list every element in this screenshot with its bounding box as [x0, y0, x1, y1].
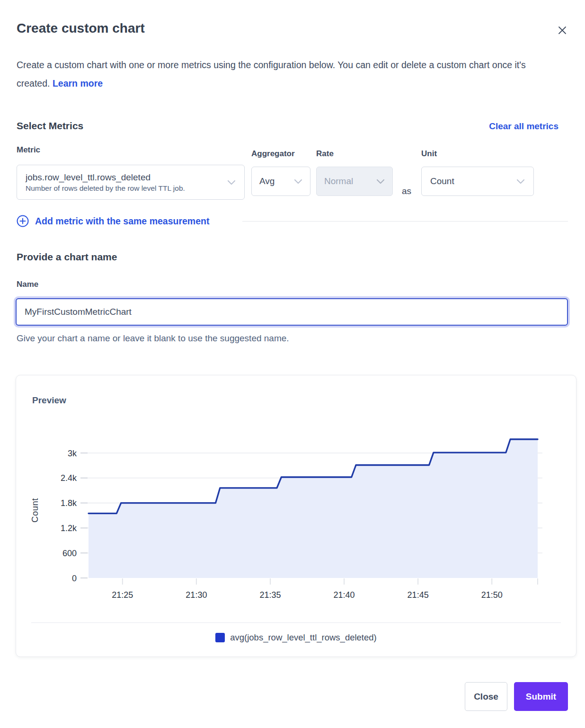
- clear-all-metrics-link[interactable]: Clear all metrics: [489, 121, 558, 132]
- rate-label: Rate: [316, 149, 334, 159]
- chart-legend: avg(jobs_row_level_ttl_rows_deleted): [16, 632, 576, 643]
- chevron-down-icon: [516, 179, 525, 184]
- svg-text:600: 600: [62, 549, 77, 558]
- plus-circle-icon: [17, 215, 29, 227]
- page-title: Create custom chart: [17, 21, 145, 36]
- chevron-down-icon: [227, 180, 236, 185]
- name-label: Name: [17, 280, 38, 289]
- modal-description: Create a custom chart with one or more m…: [17, 56, 561, 93]
- modal-footer: Close Submit: [465, 682, 568, 711]
- unit-select[interactable]: Count: [421, 167, 534, 196]
- unit-select-value: Count: [430, 176, 454, 186]
- legend-label: avg(jobs_row_level_ttl_rows_deleted): [230, 632, 377, 643]
- svg-text:21:30: 21:30: [186, 590, 207, 600]
- close-button[interactable]: [555, 23, 570, 38]
- svg-text:1.2k: 1.2k: [61, 524, 77, 533]
- create-custom-chart-modal: Create custom chart Create a custom char…: [0, 0, 585, 728]
- svg-text:21:35: 21:35: [259, 590, 281, 600]
- aggregator-label: Aggregator: [251, 149, 295, 159]
- preview-chart: 06001.2k1.8k2.4k3k21:2521:3021:3521:4021…: [16, 375, 576, 657]
- select-metrics-heading: Select Metrics: [17, 120, 83, 132]
- chevron-down-icon: [376, 179, 385, 184]
- svg-text:21:40: 21:40: [334, 590, 355, 600]
- svg-text:0: 0: [72, 574, 77, 583]
- metric-label: Metric: [17, 145, 40, 155]
- name-helper-text: Give your chart a name or leave it blank…: [17, 333, 289, 344]
- svg-text:2.4k: 2.4k: [61, 473, 77, 483]
- legend-swatch: [215, 633, 225, 642]
- divider: [31, 622, 561, 623]
- rate-select: Normal: [316, 167, 393, 196]
- preview-card: Preview 06001.2k1.8k2.4k3k21:2521:3021:3…: [16, 375, 576, 657]
- close-button-footer[interactable]: Close: [465, 682, 507, 711]
- add-metric-button[interactable]: Add metric with the same measurement: [17, 215, 209, 227]
- learn-more-link[interactable]: Learn more: [53, 78, 103, 89]
- metric-select-description: Number of rows deleted by the row level …: [26, 184, 185, 193]
- svg-text:Count: Count: [30, 498, 40, 523]
- svg-text:21:50: 21:50: [481, 590, 503, 600]
- unit-label: Unit: [421, 149, 437, 159]
- as-label: as: [402, 186, 411, 196]
- divider: [242, 221, 568, 222]
- metric-select-value: jobs.row_level_ttl.rows_deleted: [26, 172, 185, 183]
- aggregator-select[interactable]: Avg: [251, 167, 310, 196]
- close-icon: [557, 25, 568, 36]
- name-input[interactable]: [16, 298, 568, 326]
- aggregator-select-value: Avg: [259, 176, 275, 186]
- svg-text:1.8k: 1.8k: [61, 498, 77, 508]
- svg-text:21:45: 21:45: [408, 590, 429, 600]
- rate-select-value: Normal: [324, 176, 353, 186]
- metric-select[interactable]: jobs.row_level_ttl.rows_deleted Number o…: [17, 165, 245, 200]
- chevron-down-icon: [294, 179, 302, 184]
- svg-text:3k: 3k: [68, 449, 77, 458]
- add-metric-label: Add metric with the same measurement: [35, 216, 209, 227]
- chart-name-heading: Provide a chart name: [17, 251, 117, 263]
- submit-button[interactable]: Submit: [514, 682, 568, 711]
- svg-text:21:25: 21:25: [112, 590, 133, 600]
